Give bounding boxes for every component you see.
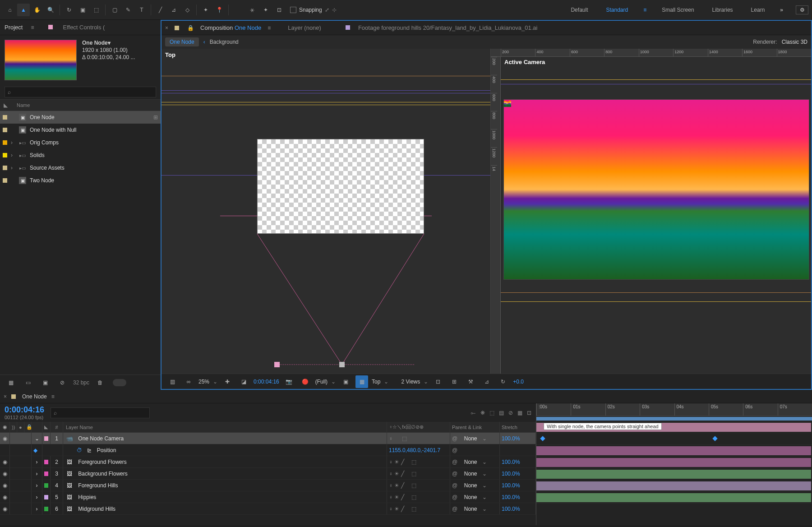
axis-view-icon[interactable]: ⊡ — [273, 4, 286, 16]
puppet-pin-icon[interactable]: 📍 — [213, 4, 226, 16]
project-item[interactable]: › ▸▭ Solids — [0, 149, 161, 162]
track-row[interactable] — [536, 457, 812, 468]
expand-chevron-icon[interactable]: › — [32, 456, 42, 467]
time-ruler[interactable]: :00s01s02s03s04s05s06s07s — [536, 403, 812, 416]
orbit-icon[interactable]: ↻ — [63, 4, 75, 16]
project-search-input[interactable]: ⌕ — [5, 87, 156, 97]
chevron-icon[interactable]: › — [11, 165, 15, 171]
zoom-tool-icon[interactable]: 🔍 — [44, 4, 57, 16]
expand-chevron-icon[interactable]: ⌄ — [32, 433, 42, 444]
stretch-value[interactable]: 100.0% — [502, 494, 520, 500]
snapping-toggle[interactable]: Snapping ⤢ ⊹ — [290, 7, 337, 13]
timeline-layer-row[interactable]: ◉ › 5 🖼 Hippies ♀ ☀ ╱ ⬚ @ None ⌄ 100.0% — [0, 491, 536, 503]
3d-icon-3[interactable]: ⚒ — [464, 375, 477, 388]
3d-icon-4[interactable]: ⊿ — [480, 375, 493, 388]
frame-blend-icon[interactable]: ▤ — [499, 410, 504, 416]
box-icon[interactable]: ⬚ — [489, 410, 494, 416]
pickwhip-icon[interactable]: @ — [452, 447, 457, 453]
bpc-label[interactable]: 32 bpc — [73, 379, 89, 386]
pen-tool-icon[interactable]: ✎ — [122, 4, 134, 16]
track-row[interactable] — [536, 445, 812, 457]
close-tab-icon[interactable]: × — [165, 25, 168, 31]
timeline-layer-row[interactable]: ◉ › 6 🖼 Midground Hills ♀ ☀ ╱ ⬚ @ None ⌄… — [0, 503, 536, 515]
layer-duration-bar[interactable] — [536, 446, 811, 455]
grid-icon[interactable]: ✚ — [221, 375, 234, 388]
graph-editor-icon[interactable]: ▦ — [517, 410, 522, 416]
stretch-value[interactable]: 100.0% — [502, 459, 520, 465]
panel-menu-icon[interactable]: ≡ — [268, 25, 271, 31]
shy-icon[interactable]: ⟜ — [471, 410, 476, 416]
tab-footage[interactable]: Footage foreground hills 20/Fantasy_land… — [358, 24, 538, 31]
brain-icon[interactable]: ⊡ — [527, 410, 531, 416]
interpret-footage-icon[interactable]: ▦ — [5, 376, 17, 389]
delete-icon[interactable]: 🗑 — [94, 376, 106, 389]
goggles-icon[interactable]: ∞ — [182, 375, 195, 388]
expand-chevron-icon[interactable]: › — [32, 503, 42, 514]
switches-group[interactable]: ♀ ☀ ╱ ⬚ — [389, 494, 416, 500]
layer-duration-bar[interactable] — [536, 493, 811, 502]
switches-group[interactable]: ♀ ☀ ╱ ⬚ — [389, 506, 416, 512]
tab-composition[interactable]: Composition One Node — [200, 24, 261, 31]
workspace-small-screen[interactable]: Small Screen — [659, 5, 697, 15]
stretch-value[interactable]: 100.0% — [502, 506, 520, 512]
pan-behind-icon[interactable]: ⬚ — [90, 4, 102, 16]
channels-icon[interactable]: 🔴 — [299, 375, 312, 388]
timeline-layer-row[interactable]: ◉ ⌄ 1 📹 One Node Camera ♀ ⬚ @ None ⌄ 100… — [0, 433, 536, 444]
track-row[interactable] — [536, 468, 812, 480]
lock-panel-icon[interactable]: 🔒 — [187, 25, 194, 31]
mask-icon[interactable]: ◪ — [237, 375, 250, 388]
layer-duration-bar[interactable] — [536, 470, 811, 479]
panel-menu-icon[interactable]: ≡ — [31, 24, 34, 31]
visibility-toggle[interactable]: ◉ — [0, 480, 10, 491]
camera-render-preview[interactable] — [503, 99, 809, 280]
reset-exposure-icon[interactable]: ↻ — [497, 375, 509, 388]
view-dropdown[interactable]: Top — [372, 379, 380, 385]
new-comp-icon[interactable]: ▣ — [39, 376, 51, 389]
draft3d-icon[interactable]: ❋ — [480, 410, 485, 416]
mag-ratio-icon[interactable]: ▥ — [166, 375, 179, 388]
workspace-learn[interactable]: Learn — [748, 5, 768, 15]
3d-icon-1[interactable]: ⊡ — [432, 375, 444, 388]
timeline-layer-row[interactable]: ◉ › 2 🖼 Foreground Flowers ♀ ☀ ╱ ⬚ @ Non… — [0, 456, 536, 468]
switches-group[interactable]: ♀ ⬚ — [389, 435, 407, 442]
exposure-value[interactable]: +0.0 — [513, 379, 524, 385]
work-area-bar[interactable] — [536, 416, 812, 421]
zoom-value[interactable]: 25% — [198, 379, 209, 385]
project-item[interactable]: › ▸▭ Orig Comps — [0, 136, 161, 149]
expand-chevron-icon[interactable]: › — [32, 491, 42, 503]
pickwhip-icon[interactable]: @ — [452, 506, 457, 512]
workspace-libraries[interactable]: Libraries — [710, 5, 736, 15]
new-folder-icon[interactable]: ▭ — [22, 376, 34, 389]
chevron-icon[interactable]: › — [11, 152, 15, 158]
switches-group[interactable]: ♀ ☀ ╱ ⬚ — [389, 471, 416, 477]
camera-icon[interactable]: ▣ — [76, 4, 89, 16]
checkbox-icon[interactable] — [290, 7, 296, 13]
settings-icon[interactable]: ⚙ — [796, 5, 808, 14]
keyframe-nav-icon[interactable]: ◆ — [32, 444, 42, 456]
stretch-value[interactable]: 100.0% — [502, 435, 520, 442]
flowchart-icon[interactable]: ⊞ — [153, 114, 158, 120]
stretch-value[interactable]: 100.0% — [502, 471, 520, 477]
project-item[interactable]: ▣ One Node ⊞ — [0, 111, 161, 124]
parent-dropdown[interactable]: None — [464, 482, 477, 489]
brush-tool-icon[interactable]: ╱ — [154, 4, 166, 16]
keyframe-icon[interactable] — [540, 436, 545, 441]
parent-dropdown[interactable]: None — [464, 494, 477, 500]
expand-chevron-icon[interactable]: › — [32, 468, 42, 479]
workspace-standard[interactable]: Standard — [603, 5, 631, 15]
close-tab-icon[interactable]: × — [4, 393, 7, 400]
tag-icon[interactable]: ◣ — [4, 102, 8, 108]
motion-blur-icon[interactable]: ⊘ — [508, 410, 513, 416]
composition-thumbnail[interactable] — [5, 40, 77, 80]
comp-frame-area[interactable] — [257, 139, 424, 234]
track-row[interactable] — [536, 492, 812, 504]
selection-tool-icon[interactable]: ▲ — [17, 4, 30, 16]
viewer-top-view[interactable]: Top — [161, 49, 491, 374]
views-count[interactable]: 2 Views — [401, 379, 420, 385]
pickwhip-icon[interactable]: @ — [452, 459, 457, 465]
tab-layer[interactable]: Layer (none) — [288, 24, 321, 31]
pickwhip-icon[interactable]: @ — [452, 482, 457, 489]
project-item[interactable]: › ▸▭ Source Assets — [0, 162, 161, 174]
timeline-tab[interactable]: One Node — [22, 393, 47, 400]
eraser-tool-icon[interactable]: ◇ — [181, 4, 194, 16]
